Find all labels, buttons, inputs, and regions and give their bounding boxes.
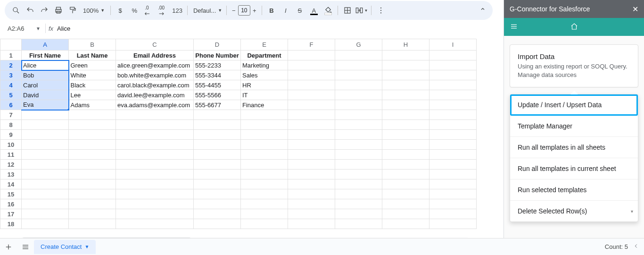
cell[interactable] (116, 110, 194, 120)
cell[interactable]: carol.black@example.com (116, 80, 194, 90)
cell[interactable] (288, 110, 335, 120)
cell[interactable] (335, 189, 382, 199)
cell[interactable] (382, 80, 429, 90)
menu-item-template-manager[interactable]: Template Manager (510, 116, 638, 137)
cell[interactable] (241, 160, 288, 170)
cell[interactable] (22, 130, 69, 140)
cell[interactable]: bob.white@example.com (116, 70, 194, 80)
column-header[interactable]: C (116, 39, 194, 51)
cell[interactable] (69, 140, 116, 150)
row-header[interactable]: 3 (0, 70, 22, 80)
row-header[interactable]: 12 (0, 160, 22, 170)
cell[interactable] (335, 170, 382, 179)
strikethrough-button[interactable]: S (293, 4, 306, 17)
undo-icon[interactable] (24, 4, 37, 17)
cell[interactable] (335, 160, 382, 170)
cell[interactable] (241, 140, 288, 150)
cell[interactable] (382, 189, 429, 199)
font-size-input[interactable]: 10 (238, 5, 250, 16)
cell[interactable]: 555-4455 (194, 80, 241, 90)
cell[interactable] (241, 130, 288, 140)
cell[interactable] (288, 90, 335, 100)
cell[interactable] (335, 70, 382, 80)
more-toolbar-button[interactable] (374, 4, 388, 17)
cell[interactable] (194, 150, 241, 160)
cell[interactable]: Adams (69, 100, 116, 110)
cell[interactable]: David (22, 90, 69, 100)
column-header[interactable]: F (288, 39, 335, 51)
cell[interactable] (382, 199, 429, 209)
cell[interactable] (335, 150, 382, 160)
cell[interactable] (429, 110, 477, 120)
add-sheet-button[interactable] (0, 238, 17, 255)
cell[interactable] (22, 110, 69, 120)
cell[interactable]: Lee (69, 90, 116, 100)
cell[interactable] (116, 120, 194, 130)
cell[interactable] (429, 60, 477, 70)
cell[interactable] (382, 110, 429, 120)
cell[interactable]: IT (241, 90, 288, 100)
row-header[interactable]: 8 (0, 120, 22, 130)
cell[interactable]: eva.adams@example.com (116, 100, 194, 110)
column-header[interactable]: B (69, 39, 116, 51)
cell[interactable] (22, 179, 69, 189)
cell[interactable] (22, 120, 69, 130)
cell[interactable]: Finance (241, 100, 288, 110)
cell[interactable] (69, 219, 116, 229)
cell[interactable] (382, 179, 429, 189)
text-color-button[interactable]: A (307, 4, 321, 17)
cell[interactable] (194, 219, 241, 229)
all-sheets-button[interactable] (17, 238, 34, 255)
explore-collapse-button[interactable] (633, 243, 639, 251)
cell[interactable] (429, 120, 477, 130)
currency-button[interactable]: $ (114, 4, 127, 17)
cell[interactable] (429, 51, 477, 60)
sheet-tab[interactable]: Create Contact ▼ (34, 240, 96, 254)
cell[interactable]: First Name (22, 51, 69, 60)
cell[interactable] (194, 160, 241, 170)
cell[interactable] (288, 70, 335, 80)
cell[interactable] (382, 70, 429, 80)
row-header[interactable]: 4 (0, 80, 22, 90)
cell[interactable] (288, 60, 335, 70)
cell[interactable]: Marketing (241, 60, 288, 70)
import-data-card[interactable]: Import Data Using an existing report or … (510, 44, 638, 87)
row-header[interactable]: 11 (0, 150, 22, 160)
cell[interactable] (22, 189, 69, 199)
cell[interactable] (429, 80, 477, 90)
cell[interactable]: 555-2233 (194, 60, 241, 70)
menu-item-run-all-templates-in-current-sheet[interactable]: Run all templates in current sheet (510, 158, 638, 179)
cell[interactable] (69, 160, 116, 170)
cell[interactable] (116, 130, 194, 140)
row-header[interactable]: 9 (0, 130, 22, 140)
column-header[interactable]: G (335, 39, 382, 51)
cell[interactable] (288, 100, 335, 110)
cell[interactable] (241, 150, 288, 160)
menu-item-update-insert-upsert-data[interactable]: Update / Insert / Upsert Data (510, 94, 638, 116)
cell[interactable] (22, 219, 69, 229)
cell[interactable] (22, 160, 69, 170)
cell[interactable] (116, 179, 194, 189)
cell[interactable] (22, 209, 69, 219)
cell[interactable] (429, 130, 477, 140)
cell[interactable]: 555-3344 (194, 70, 241, 80)
cell[interactable] (288, 170, 335, 179)
cell[interactable] (382, 100, 429, 110)
cell[interactable] (69, 209, 116, 219)
select-all-cell[interactable] (0, 39, 22, 51)
cell[interactable] (335, 219, 382, 229)
name-box[interactable]: A2:A6 ▼ (5, 23, 42, 34)
italic-button[interactable]: I (279, 4, 292, 17)
menu-item-run-selected-templates[interactable]: Run selected templates (510, 179, 638, 201)
cell[interactable] (288, 199, 335, 209)
cell[interactable] (335, 100, 382, 110)
cell[interactable] (288, 140, 335, 150)
row-header[interactable]: 16 (0, 199, 22, 209)
cell[interactable] (22, 170, 69, 179)
cell[interactable] (382, 170, 429, 179)
menu-icon[interactable] (510, 22, 518, 32)
percent-button[interactable]: % (128, 4, 141, 17)
column-header[interactable]: E (241, 39, 288, 51)
cell[interactable] (194, 170, 241, 179)
cell[interactable] (382, 51, 429, 60)
